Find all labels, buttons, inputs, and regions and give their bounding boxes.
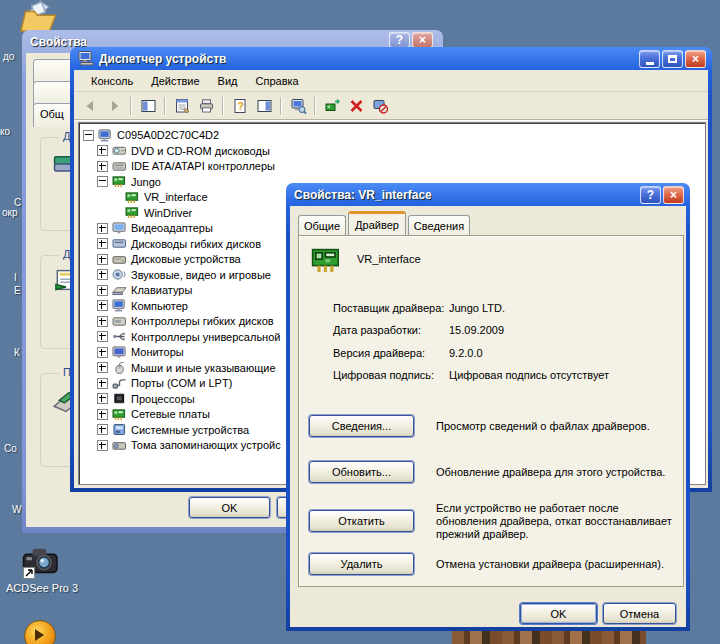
expand-plus-box[interactable] (97, 269, 108, 280)
driver-action-row: Обновить...Обновление драйвера для этого… (309, 454, 675, 490)
help-button[interactable]: ? (640, 186, 661, 204)
print-icon[interactable] (196, 96, 216, 116)
expand-plus-box[interactable] (97, 362, 108, 373)
tree-item-label: Тома запоминающих устройс (131, 439, 281, 451)
driver-info-row: Дата разработки:15.09.2009 (299, 324, 504, 336)
desktop-icon-label-fragment[interactable]: E (14, 285, 21, 296)
back-icon[interactable] (80, 96, 100, 116)
background-ok-button[interactable]: OK (189, 497, 270, 518)
collapse-minus-box[interactable] (83, 130, 94, 141)
desktop-icon-label-fragment[interactable]: ко (0, 126, 10, 137)
card-icon (112, 175, 127, 188)
close-button[interactable]: × (685, 50, 706, 68)
tree-item-label: Видеоадаптеры (131, 222, 213, 234)
menu-item-3[interactable]: Справка (247, 73, 308, 89)
ok-button[interactable]: OK (520, 603, 597, 624)
update-driver-icon[interactable] (322, 96, 342, 116)
close-button[interactable]: × (412, 32, 433, 48)
device-manager-titlebar[interactable]: Диспетчер устройств × (74, 47, 708, 70)
expand-plus-box[interactable] (97, 409, 108, 420)
help-icon[interactable]: ? (230, 96, 250, 116)
sys-icon (112, 423, 127, 436)
expand-plus-box[interactable] (97, 285, 108, 296)
show-console-tree-icon[interactable] (138, 96, 158, 116)
scan-hardware-icon[interactable] (288, 96, 308, 116)
close-button[interactable]: × (663, 186, 684, 204)
expand-plus-box[interactable] (97, 300, 108, 311)
desktop-icon-label-fragment[interactable]: Co (4, 443, 17, 454)
tree-row[interactable]: C095A0D2C70C4D2 (79, 127, 705, 143)
tree-item-label: DVD и CD-ROM дисководы (131, 145, 270, 157)
expand-plus-box[interactable] (97, 161, 108, 172)
disable-device-icon[interactable] (346, 96, 366, 116)
uninstall-device-icon[interactable] (370, 96, 390, 116)
minimize-button[interactable] (639, 50, 660, 68)
field-value: Jungo LTD. (449, 302, 505, 314)
dialog-title: Свойства: VR_interface (294, 188, 432, 202)
card-icon (112, 408, 127, 421)
expand-plus-box[interactable] (97, 331, 108, 342)
show-action-pane-icon[interactable] (254, 96, 274, 116)
menu-item-2[interactable]: Вид (209, 73, 247, 89)
tree-item-label: Мониторы (131, 346, 184, 358)
desktop-icon-label-fragment[interactable]: W (12, 504, 21, 515)
tree-item-label: Клавиатуры (131, 284, 192, 296)
details-button[interactable]: Сведения... (309, 415, 414, 437)
menu-item-0[interactable]: Консоль (82, 73, 142, 89)
expand-plus-box[interactable] (97, 440, 108, 451)
update-button[interactable]: Обновить... (309, 461, 414, 483)
tree-item-label: Мыши и иные указывающие (131, 362, 276, 374)
expand-plus-box[interactable] (97, 254, 108, 265)
expand-plus-box[interactable] (97, 238, 108, 249)
tab-драйвер[interactable]: Драйвер (348, 211, 406, 235)
expand-plus-box[interactable] (97, 316, 108, 327)
desktop-icon-label-fragment[interactable]: К (14, 347, 20, 358)
tree-item-label: Сетевые платы (131, 408, 210, 420)
tree-item-label: Звуковые, видео и игровые (131, 269, 271, 281)
expand-plus-box[interactable] (97, 393, 108, 404)
tree-item-label: Процессоры (131, 393, 195, 405)
expand-plus-box[interactable] (97, 424, 108, 435)
desktop-icon-label-fragment[interactable]: I (14, 272, 17, 283)
properties-icon[interactable] (172, 96, 192, 116)
uninstall-button[interactable]: Удалить (309, 553, 414, 575)
tab-сведения[interactable]: Сведения (408, 215, 470, 235)
rollback-button[interactable]: Откатить (309, 510, 414, 532)
tree-row[interactable]: DVD и CD-ROM дисководы (79, 143, 705, 159)
cancel-button[interactable]: Отмена (603, 603, 676, 624)
toolbar: ? (74, 92, 708, 120)
toolbar-separator (164, 97, 166, 115)
help-button[interactable]: ? (389, 32, 410, 48)
floppyctl-icon (112, 315, 127, 328)
tab-общие[interactable]: Общие (298, 215, 346, 235)
tree-item-label: Компьютер (131, 300, 188, 312)
acdsee-shortcut-icon[interactable] (22, 543, 60, 581)
tree-item-label: Контроллеры гибких дисков (131, 315, 274, 327)
disk-icon (112, 253, 127, 266)
field-label: Дата разработки: (333, 324, 449, 336)
collapse-minus-box[interactable] (97, 176, 108, 187)
card-icon (125, 206, 140, 219)
maximize-button[interactable] (662, 50, 683, 68)
svg-text:?: ? (237, 100, 244, 112)
driver-action-description: Просмотр сведений о файлах драйверов. (436, 420, 674, 433)
expand-plus-box[interactable] (97, 347, 108, 358)
expand-plus-box[interactable] (97, 378, 108, 389)
tree-row[interactable]: IDE ATA/ATAPI контроллеры (79, 158, 705, 174)
expand-plus-box[interactable] (97, 145, 108, 156)
expand-plus-box[interactable] (97, 223, 108, 234)
driver-info-row: Цифровая подпись:Цифровая подпись отсутс… (299, 369, 609, 381)
dialog-titlebar[interactable]: Свойства: VR_interface ? × (290, 183, 686, 206)
orange-app-icon[interactable] (24, 620, 58, 644)
tree-item-label: Контроллеры универсальной (131, 331, 280, 343)
tree-item-label: IDE ATA/ATAPI контроллеры (131, 160, 275, 172)
desktop-icon-label-fragment[interactable]: окр (2, 207, 18, 218)
field-label: Поставщик драйвера: (333, 302, 449, 314)
tree-item-label: Дисководы гибких дисков (131, 238, 261, 250)
desktop-icon-label-fragment[interactable]: до (3, 51, 14, 62)
forward-icon[interactable] (104, 96, 124, 116)
driver-action-row: ОткатитьЕсли устройство не работает посл… (309, 488, 675, 554)
menu-item-1[interactable]: Действие (142, 73, 208, 89)
shortcut-arrow-overlay (23, 567, 35, 579)
acdsee-label[interactable]: ACDSee Pro 3 (6, 582, 78, 594)
